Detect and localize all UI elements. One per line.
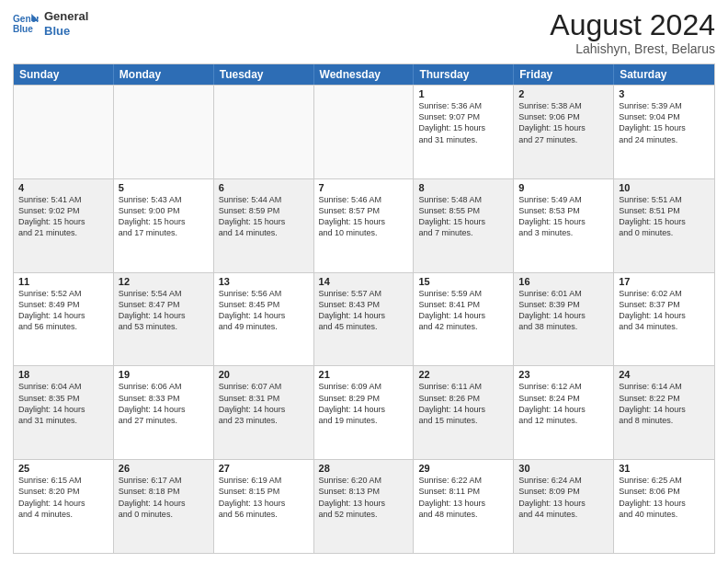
- day-number: 14: [319, 276, 409, 287]
- day-number: 1: [418, 88, 508, 99]
- cal-cell-28: 28Sunrise: 6:20 AMSunset: 8:13 PMDayligh…: [314, 460, 415, 553]
- cell-details: Sunrise: 6:04 AMSunset: 8:35 PMDaylight:…: [18, 381, 108, 426]
- day-header-tuesday: Tuesday: [214, 64, 314, 85]
- cell-details: Sunrise: 6:06 AMSunset: 8:33 PMDaylight:…: [119, 381, 209, 426]
- day-number: 9: [518, 182, 609, 193]
- day-number: 18: [18, 369, 108, 380]
- cal-cell-6: 6Sunrise: 5:44 AMSunset: 8:59 PMDaylight…: [214, 179, 314, 272]
- cell-details: Sunrise: 5:52 AMSunset: 8:49 PMDaylight:…: [18, 288, 108, 333]
- cell-details: Sunrise: 5:59 AMSunset: 8:41 PMDaylight:…: [418, 288, 508, 333]
- cal-cell-14: 14Sunrise: 5:57 AMSunset: 8:43 PMDayligh…: [314, 273, 415, 366]
- day-number: 12: [119, 276, 209, 287]
- cal-cell-3: 3Sunrise: 5:39 AMSunset: 9:04 PMDaylight…: [614, 86, 714, 178]
- cal-cell-31: 31Sunrise: 6:25 AMSunset: 8:06 PMDayligh…: [614, 460, 714, 553]
- cell-details: Sunrise: 5:41 AMSunset: 9:02 PMDaylight:…: [18, 194, 108, 239]
- subtitle: Lahishyn, Brest, Belarus: [550, 41, 715, 56]
- day-number: 13: [219, 276, 309, 287]
- day-number: 28: [319, 463, 409, 474]
- day-header-wednesday: Wednesday: [314, 64, 415, 85]
- cal-cell-23: 23Sunrise: 6:12 AMSunset: 8:24 PMDayligh…: [514, 366, 614, 459]
- cell-details: Sunrise: 5:48 AMSunset: 8:55 PMDaylight:…: [418, 194, 508, 239]
- day-number: 29: [418, 463, 508, 474]
- cal-cell-18: 18Sunrise: 6:04 AMSunset: 8:35 PMDayligh…: [14, 366, 114, 459]
- cell-details: Sunrise: 5:36 AMSunset: 9:07 PMDaylight:…: [418, 100, 508, 145]
- cal-cell-12: 12Sunrise: 5:54 AMSunset: 8:47 PMDayligh…: [114, 273, 214, 366]
- cal-cell-30: 30Sunrise: 6:24 AMSunset: 8:09 PMDayligh…: [514, 460, 614, 553]
- calendar-body: 1Sunrise: 5:36 AMSunset: 9:07 PMDaylight…: [14, 85, 714, 553]
- cell-details: Sunrise: 6:25 AMSunset: 8:06 PMDaylight:…: [619, 475, 710, 520]
- day-number: 24: [619, 369, 710, 380]
- cell-details: Sunrise: 6:01 AMSunset: 8:39 PMDaylight:…: [518, 288, 609, 333]
- cal-cell-17: 17Sunrise: 6:02 AMSunset: 8:37 PMDayligh…: [614, 273, 714, 366]
- title-block: August 2024 Lahishyn, Brest, Belarus: [550, 9, 715, 56]
- cal-cell-29: 29Sunrise: 6:22 AMSunset: 8:11 PMDayligh…: [414, 460, 514, 553]
- day-number: 7: [319, 182, 409, 193]
- day-header-thursday: Thursday: [414, 64, 514, 85]
- cal-cell-26: 26Sunrise: 6:17 AMSunset: 8:18 PMDayligh…: [114, 460, 214, 553]
- cell-details: Sunrise: 5:49 AMSunset: 8:53 PMDaylight:…: [518, 194, 609, 239]
- logo: General Blue General Blue: [13, 9, 88, 38]
- day-number: 5: [119, 182, 209, 193]
- cal-cell-empty-0-2: [214, 86, 314, 178]
- day-number: 31: [619, 463, 710, 474]
- cell-details: Sunrise: 6:14 AMSunset: 8:22 PMDaylight:…: [619, 381, 710, 426]
- cell-details: Sunrise: 6:19 AMSunset: 8:15 PMDaylight:…: [219, 475, 309, 520]
- day-number: 17: [619, 276, 710, 287]
- day-header-sunday: Sunday: [14, 64, 114, 85]
- cell-details: Sunrise: 5:51 AMSunset: 8:51 PMDaylight:…: [619, 194, 710, 239]
- cell-details: Sunrise: 6:17 AMSunset: 8:18 PMDaylight:…: [119, 475, 209, 520]
- cal-cell-11: 11Sunrise: 5:52 AMSunset: 8:49 PMDayligh…: [14, 273, 114, 366]
- cal-cell-2: 2Sunrise: 5:38 AMSunset: 9:06 PMDaylight…: [514, 86, 614, 178]
- cal-cell-21: 21Sunrise: 6:09 AMSunset: 8:29 PMDayligh…: [314, 366, 415, 459]
- calendar: SundayMondayTuesdayWednesdayThursdayFrid…: [13, 63, 715, 554]
- day-number: 20: [219, 369, 309, 380]
- page: General Blue General Blue August 2024 La…: [0, 0, 728, 563]
- day-number: 2: [518, 88, 609, 99]
- cal-cell-5: 5Sunrise: 5:43 AMSunset: 9:00 PMDaylight…: [114, 179, 214, 272]
- calendar-row-0: 1Sunrise: 5:36 AMSunset: 9:07 PMDaylight…: [14, 85, 714, 178]
- cal-cell-15: 15Sunrise: 5:59 AMSunset: 8:41 PMDayligh…: [414, 273, 514, 366]
- calendar-row-4: 25Sunrise: 6:15 AMSunset: 8:20 PMDayligh…: [14, 459, 714, 553]
- page-title: August 2024: [550, 9, 715, 41]
- cal-cell-8: 8Sunrise: 5:48 AMSunset: 8:55 PMDaylight…: [414, 179, 514, 272]
- cell-details: Sunrise: 5:43 AMSunset: 9:00 PMDaylight:…: [119, 194, 209, 239]
- cal-cell-9: 9Sunrise: 5:49 AMSunset: 8:53 PMDaylight…: [514, 179, 614, 272]
- cell-details: Sunrise: 6:11 AMSunset: 8:26 PMDaylight:…: [418, 381, 508, 426]
- day-number: 30: [518, 463, 609, 474]
- cell-details: Sunrise: 5:57 AMSunset: 8:43 PMDaylight:…: [319, 288, 409, 333]
- header: General Blue General Blue August 2024 La…: [13, 9, 715, 56]
- cal-cell-20: 20Sunrise: 6:07 AMSunset: 8:31 PMDayligh…: [214, 366, 314, 459]
- cell-details: Sunrise: 6:24 AMSunset: 8:09 PMDaylight:…: [518, 475, 609, 520]
- day-number: 10: [619, 182, 710, 193]
- cal-cell-16: 16Sunrise: 6:01 AMSunset: 8:39 PMDayligh…: [514, 273, 614, 366]
- day-number: 15: [418, 276, 508, 287]
- day-number: 11: [18, 276, 108, 287]
- calendar-header: SundayMondayTuesdayWednesdayThursdayFrid…: [14, 64, 714, 85]
- cal-cell-7: 7Sunrise: 5:46 AMSunset: 8:57 PMDaylight…: [314, 179, 415, 272]
- logo-text-line1: General: [44, 9, 88, 24]
- cell-details: Sunrise: 5:39 AMSunset: 9:04 PMDaylight:…: [619, 100, 710, 145]
- svg-text:Blue: Blue: [13, 24, 33, 34]
- calendar-row-1: 4Sunrise: 5:41 AMSunset: 9:02 PMDaylight…: [14, 178, 714, 272]
- day-number: 8: [418, 182, 508, 193]
- cell-details: Sunrise: 6:02 AMSunset: 8:37 PMDaylight:…: [619, 288, 710, 333]
- cell-details: Sunrise: 6:12 AMSunset: 8:24 PMDaylight:…: [518, 381, 609, 426]
- cal-cell-1: 1Sunrise: 5:36 AMSunset: 9:07 PMDaylight…: [414, 86, 514, 178]
- day-number: 26: [119, 463, 209, 474]
- calendar-row-2: 11Sunrise: 5:52 AMSunset: 8:49 PMDayligh…: [14, 272, 714, 366]
- logo-text-line2: Blue: [44, 24, 88, 39]
- cal-cell-27: 27Sunrise: 6:19 AMSunset: 8:15 PMDayligh…: [214, 460, 314, 553]
- cell-details: Sunrise: 6:07 AMSunset: 8:31 PMDaylight:…: [219, 381, 309, 426]
- cell-details: Sunrise: 5:54 AMSunset: 8:47 PMDaylight:…: [119, 288, 209, 333]
- day-number: 23: [518, 369, 609, 380]
- day-number: 6: [219, 182, 309, 193]
- day-header-monday: Monday: [114, 64, 214, 85]
- cal-cell-25: 25Sunrise: 6:15 AMSunset: 8:20 PMDayligh…: [14, 460, 114, 553]
- cell-details: Sunrise: 5:46 AMSunset: 8:57 PMDaylight:…: [319, 194, 409, 239]
- cell-details: Sunrise: 5:38 AMSunset: 9:06 PMDaylight:…: [518, 100, 609, 145]
- day-number: 21: [319, 369, 409, 380]
- day-number: 16: [518, 276, 609, 287]
- logo-icon: General Blue: [13, 11, 39, 37]
- cal-cell-22: 22Sunrise: 6:11 AMSunset: 8:26 PMDayligh…: [414, 366, 514, 459]
- cal-cell-empty-0-1: [114, 86, 214, 178]
